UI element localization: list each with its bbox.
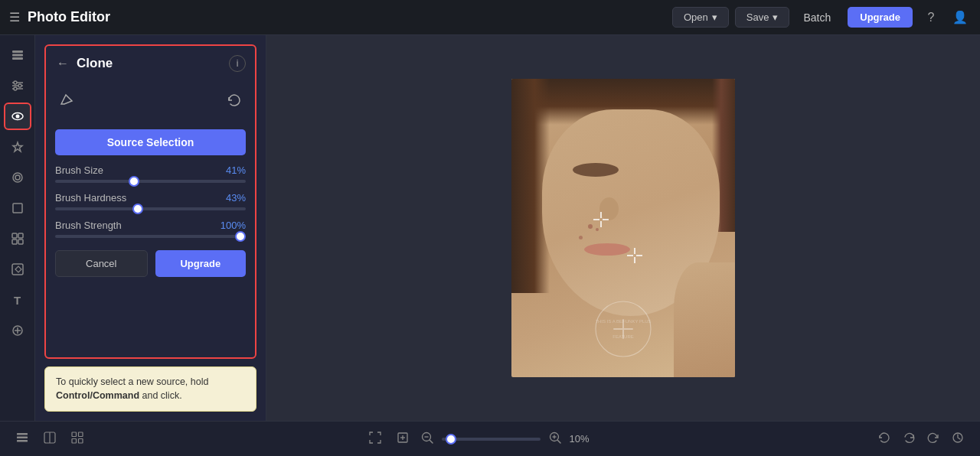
sidebar-icon-objects[interactable]: [4, 225, 31, 252]
topbar: ☰ Photo Editor Open ▾ Save ▾ Batch Upgra…: [0, 0, 980, 35]
brush-strength-slider[interactable]: [55, 235, 246, 238]
left-sidebar: T: [0, 35, 35, 421]
sidebar-icon-healing[interactable]: [4, 133, 31, 161]
brush-strength-label: Brush Strength: [55, 220, 122, 231]
brush-hardness-group: Brush Hardness 43%: [55, 192, 246, 210]
svg-rect-2: [12, 57, 23, 60]
history-icon[interactable]: [948, 428, 968, 451]
sidebar-icon-crop[interactable]: [4, 194, 31, 222]
tooltip-box: To quickly select a new source, hold Con…: [44, 366, 256, 412]
brush-hardness-value: 43%: [226, 192, 246, 204]
svg-point-14: [13, 173, 22, 182]
sidebar-icon-adjustments[interactable]: [4, 72, 31, 99]
tooltip-text: To quickly select a new source, hold: [56, 376, 208, 387]
sidebar-icon-layers[interactable]: [4, 41, 31, 69]
tooltip-text2: and click.: [139, 390, 182, 401]
bottom-right-actions: [874, 428, 968, 451]
info-button[interactable]: i: [229, 55, 246, 72]
sidebar-icon-texture[interactable]: [4, 256, 31, 283]
zoom-out-icon[interactable]: [420, 431, 434, 448]
svg-rect-34: [17, 433, 28, 435]
bottom-center-zoom: 10%: [365, 428, 597, 451]
redo-icon[interactable]: [923, 428, 943, 451]
tool-icons-row: [55, 84, 246, 120]
brush-strength-label-row: Brush Strength 100%: [55, 220, 246, 231]
sidebar-icon-watermark[interactable]: [4, 317, 31, 344]
svg-point-15: [15, 175, 20, 180]
svg-rect-16: [13, 204, 22, 213]
brush-hardness-label-row: Brush Hardness 43%: [55, 192, 246, 204]
svg-rect-40: [79, 432, 83, 437]
zoom-value: 10%: [570, 433, 597, 445]
svg-rect-20: [18, 239, 23, 244]
brush-strength-value: 100%: [220, 220, 246, 231]
panel-header: ← Clone i: [55, 55, 246, 72]
undo-icon[interactable]: [899, 428, 919, 451]
compare-bottom-icon[interactable]: [40, 428, 60, 451]
svg-rect-19: [12, 239, 17, 244]
svg-rect-17: [12, 233, 17, 238]
clone-panel: ← Clone i Source Selection Brush Size: [44, 44, 256, 359]
svg-rect-1: [12, 54, 23, 57]
tool-panel: ← Clone i Source Selection Brush Size: [35, 35, 266, 421]
photo-image: THIS IS A BEFUNKY PLUS FEATURE: [511, 79, 735, 377]
sidebar-icon-text[interactable]: T: [4, 286, 31, 314]
svg-point-13: [15, 115, 19, 119]
panel-footer: Cancel Upgrade: [55, 250, 246, 277]
zoom-slider[interactable]: [442, 438, 541, 441]
topbar-right: Upgrade ? 👤: [848, 7, 971, 28]
reset-tool-button[interactable]: [223, 89, 246, 116]
refresh-icon[interactable]: [874, 428, 894, 451]
svg-rect-36: [17, 440, 28, 442]
topbar-left: ☰ Photo Editor: [9, 9, 663, 25]
tooltip-bold: Control/Command: [56, 390, 139, 401]
canvas-area[interactable]: THIS IS A BEFUNKY PLUS FEATURE: [266, 35, 980, 421]
main: T ← Clone i: [0, 35, 980, 421]
brush-size-label: Brush Size: [55, 164, 103, 176]
brush-size-value: 41%: [226, 164, 246, 176]
panel-header-left: ← Clone: [55, 55, 113, 72]
erase-tool-button[interactable]: [55, 89, 78, 116]
brush-size-group: Brush Size 41%: [55, 164, 246, 183]
brush-hardness-label: Brush Hardness: [55, 192, 126, 204]
brush-strength-group: Brush Strength 100%: [55, 220, 246, 238]
watermark: THIS IS A BEFUNKY PLUS FEATURE: [593, 298, 654, 362]
account-button[interactable]: 👤: [949, 7, 971, 28]
back-button[interactable]: ←: [55, 55, 70, 72]
svg-line-52: [557, 440, 560, 443]
upgrade-button[interactable]: Upgrade: [848, 7, 913, 28]
topbar-center: Open ▾ Save ▾ Batch: [672, 7, 838, 28]
bottom-bar: 10%: [0, 421, 980, 456]
brush-hardness-slider[interactable]: [55, 207, 246, 210]
sidebar-icon-paint[interactable]: [4, 164, 31, 191]
panel-title: Clone: [77, 56, 113, 71]
svg-point-9: [14, 87, 17, 90]
brush-size-slider[interactable]: [55, 180, 246, 183]
help-button[interactable]: ?: [920, 7, 942, 28]
source-selection-button[interactable]: Source Selection: [55, 129, 246, 155]
open-button[interactable]: Open ▾: [672, 7, 729, 28]
brush-size-label-row: Brush Size 41%: [55, 164, 246, 176]
grid-bottom-icon[interactable]: [67, 428, 87, 451]
bottom-left-tools: [12, 428, 87, 451]
cancel-button[interactable]: Cancel: [55, 250, 148, 277]
svg-rect-41: [72, 438, 77, 443]
photo-container: THIS IS A BEFUNKY PLUS FEATURE: [511, 79, 735, 377]
menu-icon[interactable]: ☰: [9, 10, 20, 24]
app-title: Photo Editor: [28, 9, 110, 25]
svg-rect-0: [12, 50, 23, 53]
upgrade-panel-button[interactable]: Upgrade: [155, 250, 247, 277]
layers-bottom-icon[interactable]: [12, 428, 32, 451]
svg-point-6: [18, 84, 21, 87]
save-button[interactable]: Save ▾: [735, 7, 790, 28]
zoom-in-icon[interactable]: [548, 431, 562, 448]
batch-button[interactable]: Batch: [795, 8, 838, 28]
fit-icon[interactable]: [393, 428, 413, 451]
svg-rect-42: [79, 438, 83, 443]
svg-rect-39: [72, 432, 77, 437]
sidebar-icon-eye[interactable]: [4, 103, 31, 130]
svg-point-3: [14, 81, 17, 84]
fullscreen-icon[interactable]: [365, 428, 385, 451]
svg-rect-35: [17, 436, 28, 438]
svg-rect-18: [18, 233, 23, 238]
